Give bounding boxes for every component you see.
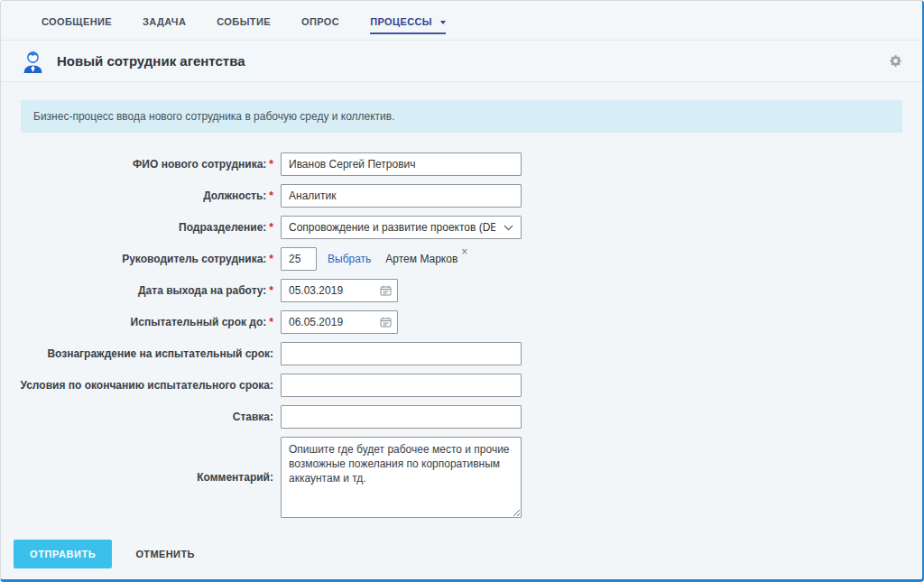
form-row-position: Должность:* [1, 184, 922, 208]
comment-label: Комментарий: [1, 471, 273, 485]
close-icon[interactable]: × [461, 245, 467, 258]
department-label-text: Подразделение: [179, 221, 266, 234]
required-mark: * [269, 316, 273, 328]
new-employee-form: ФИО нового сотрудника:* Должность:* Подр… [1, 152, 922, 518]
fio-input[interactable] [281, 152, 522, 176]
probation-pay-label-text: Вознаграждение на испытательный срок: [47, 347, 273, 360]
department-label: Подразделение:* [1, 221, 273, 235]
form-row-start-date: Дата выхода на работу:* [1, 279, 922, 302]
process-form-window: СООБЩЕНИЕ ЗАДАЧА СОБЫТИЕ ОПРОС ПРОЦЕССЫ … [0, 0, 924, 582]
form-actions: ОТПРАВИТЬ ОТМЕНИТЬ [14, 540, 922, 568]
form-row-probation-pay: Вознаграждение на испытательный срок: [1, 342, 922, 365]
required-mark: * [269, 221, 273, 234]
manager-label-text: Руководитель сотрудника: [122, 253, 266, 265]
feed-tabbar: СООБЩЕНИЕ ЗАДАЧА СОБЫТИЕ ОПРОС ПРОЦЕССЫ [1, 1, 922, 41]
post-probation-terms-input[interactable] [281, 374, 522, 397]
calendar-icon[interactable] [380, 317, 392, 328]
form-row-rate: Ставка: [1, 405, 922, 429]
required-mark: * [269, 189, 273, 202]
probation-end-label: Испытательный срок до:* [1, 316, 273, 329]
probation-end-label-text: Испытательный срок до: [131, 316, 267, 328]
comment-textarea[interactable]: Опишите где будет рабочее место и прочие… [281, 437, 522, 518]
form-row-fio: ФИО нового сотрудника:* [1, 152, 922, 176]
cancel-button[interactable]: ОТМЕНИТЬ [130, 548, 199, 560]
calendar-icon[interactable] [380, 285, 392, 296]
position-label-text: Должность: [203, 189, 266, 202]
rate-input[interactable] [281, 405, 522, 429]
tab-processes[interactable]: ПРОЦЕССЫ [370, 2, 446, 40]
position-label: Должность:* [1, 189, 273, 203]
required-mark: * [269, 158, 273, 171]
tab-processes-label: ПРОЦЕССЫ [370, 16, 432, 27]
manager-selected-name: Артем Марков [385, 253, 457, 265]
position-input[interactable] [281, 184, 522, 208]
fio-label: ФИО нового сотрудника:* [1, 158, 273, 171]
start-date-label: Дата выхода на работу:* [1, 284, 273, 298]
tab-task[interactable]: ЗАДАЧА [143, 2, 186, 40]
tab-event[interactable]: СОБЫТИЕ [217, 2, 271, 40]
employee-person-icon [21, 49, 45, 74]
post-probation-terms-label: Условия по окончанию испытательного срок… [1, 379, 273, 393]
start-date-label-text: Дата выхода на работу: [138, 284, 266, 297]
form-row-department: Подразделение:* Сопровождение и развитие… [1, 216, 922, 239]
required-mark: * [269, 284, 273, 297]
form-row-manager: Руководитель сотрудника:* Выбрать Артем … [1, 247, 922, 271]
manager-label: Руководитель сотрудника:* [1, 253, 273, 266]
rate-label-text: Ставка: [233, 411, 273, 423]
form-row-post-probation-terms: Условия по окончанию испытательного срок… [1, 374, 922, 397]
tab-poll[interactable]: ОПРОС [301, 2, 339, 40]
chevron-down-icon [440, 21, 446, 24]
submit-button[interactable]: ОТПРАВИТЬ [14, 540, 112, 568]
form-row-probation-end: Испытательный срок до:* [1, 310, 922, 334]
form-row-comment: Комментарий: Опишите где будет рабочее м… [1, 437, 922, 518]
rate-label: Ставка: [1, 411, 273, 424]
fio-label-text: ФИО нового сотрудника: [133, 158, 266, 171]
manager-choose-link[interactable]: Выбрать [328, 253, 371, 265]
required-mark: * [269, 253, 273, 265]
tab-message[interactable]: СООБЩЕНИЕ [42, 2, 112, 40]
post-probation-terms-label-text: Условия по окончанию испытательного срок… [20, 379, 273, 392]
manager-id-input[interactable] [281, 247, 317, 271]
process-description-banner: Бизнес-процесс ввода нового сотрудника в… [21, 100, 902, 133]
probation-pay-label: Вознаграждение на испытательный срок: [1, 347, 273, 361]
department-select[interactable]: Сопровождение и развитие проектов (DEV) [281, 216, 522, 239]
probation-pay-input[interactable] [281, 342, 522, 365]
gear-icon[interactable] [889, 54, 902, 68]
process-header: Новый сотрудник агентства [1, 41, 922, 82]
comment-label-text: Комментарий: [197, 471, 273, 484]
page-title: Новый сотрудник агентства [57, 53, 245, 69]
